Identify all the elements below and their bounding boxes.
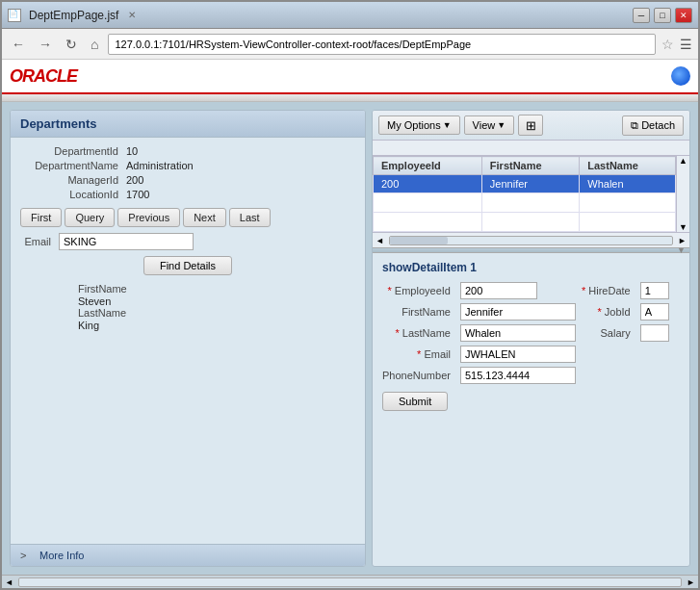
detail-form: EmployeeId HireDate FirstName JobId Last… [382, 282, 680, 384]
first-button[interactable]: First [20, 208, 62, 227]
hscroll-left-btn[interactable]: ◄ [2, 577, 16, 587]
window-controls: ─ □ ✕ [633, 8, 692, 23]
address-bar: ← → ↻ ⌂ ☆ ☰ [2, 29, 698, 60]
phonenumber-input[interactable] [460, 367, 576, 384]
title-bar-left: 📄 DeptEmpPage.jsf ✕ [8, 9, 136, 22]
employeeid-label: EmployeeId [382, 285, 454, 296]
employeeid-input[interactable] [460, 282, 537, 299]
employee-table: EmployeeId FirstName LastName 200 Jennif… [373, 156, 676, 232]
right-panel: My Options ▼ View ▼ ⊞ ⧉ Detach [372, 110, 690, 567]
minimize-button[interactable]: ─ [633, 8, 650, 23]
dept-name-label: DepartmentName [20, 160, 126, 171]
firstname-input[interactable] [460, 303, 576, 321]
h-scroll-thumb[interactable] [390, 237, 448, 244]
menu-icon[interactable]: ☰ [680, 37, 692, 52]
url-input[interactable] [108, 34, 656, 55]
cell-firstname: Jennifer [481, 175, 579, 193]
next-button[interactable]: Next [183, 208, 226, 227]
dept-name-row: DepartmentName Administration [20, 160, 355, 171]
hscroll-track [18, 577, 682, 587]
collapse-arrow-icon: > [20, 550, 32, 561]
window-frame: 📄 DeptEmpPage.jsf ✕ ─ □ ✕ ← → ↻ ⌂ ☆ ☰ OR… [0, 0, 700, 590]
email-input[interactable] [460, 346, 576, 363]
dept-id-value: 10 [126, 145, 138, 157]
col-header-lastname: LastName [580, 157, 676, 175]
bottom-scrollbar[interactable]: ◄ ► [2, 575, 698, 588]
departments-header: Departments [11, 111, 365, 138]
title-bar: 📄 DeptEmpPage.jsf ✕ ─ □ ✕ [2, 2, 698, 29]
firstname-label: FirstName [30, 283, 346, 295]
submit-button[interactable]: Submit [382, 392, 448, 411]
main-content: Departments DepartmentId 10 DepartmentNa… [2, 102, 698, 575]
table-row-empty [374, 193, 676, 213]
refresh-button[interactable]: ↻ [62, 35, 81, 54]
lastname-input[interactable] [460, 324, 576, 342]
location-id-row: LocationId 1700 [20, 189, 355, 200]
salary-label: Salary [582, 327, 635, 339]
table-header-row: EmployeeId FirstName LastName [374, 157, 676, 175]
jobid-input[interactable] [640, 303, 669, 321]
firstname-label: FirstName [382, 306, 454, 318]
location-id-value: 1700 [126, 189, 149, 200]
scroll-up-icon[interactable]: ▲ [679, 156, 687, 166]
oracle-bar: ORACLE [2, 60, 698, 94]
col-header-employeeid: EmployeeId [374, 157, 482, 175]
scroll-right-icon[interactable]: ► [675, 236, 689, 245]
oracle-icon [671, 66, 690, 86]
table-row-empty2 [374, 213, 676, 232]
forward-button[interactable]: → [35, 35, 56, 54]
detach-icon: ⧉ [631, 119, 638, 132]
toolbar-strip [2, 94, 698, 102]
email-label: Email [382, 348, 454, 360]
manager-id-row: ManagerId 200 [20, 174, 355, 186]
salary-input[interactable] [640, 324, 669, 342]
bookmark-icon[interactable]: ☆ [661, 37, 674, 52]
lastname-value: King [30, 320, 346, 331]
view-arrow-icon: ▼ [497, 120, 506, 130]
name-section: FirstName Steven LastName King [20, 283, 355, 339]
find-details-button[interactable]: Find Details [143, 256, 232, 275]
h-scroll-track [389, 236, 673, 245]
email-row: Email [20, 233, 355, 250]
close-button[interactable]: ✕ [675, 8, 692, 23]
scroll-down-icon[interactable]: ▼ [679, 222, 687, 232]
previous-button[interactable]: Previous [117, 208, 180, 227]
submit-row: Submit [382, 392, 680, 411]
dept-form: DepartmentId 10 DepartmentName Administr… [11, 138, 365, 346]
view-button[interactable]: View ▼ [464, 115, 515, 135]
table-vertical-scrollbar[interactable]: ▲ ▼ [676, 156, 689, 232]
departments-panel: Departments DepartmentId 10 DepartmentNa… [10, 110, 366, 567]
detach-button[interactable]: ⧉ Detach [622, 115, 684, 136]
detail-header: showDetailItem 1 [382, 261, 680, 274]
jobid-label: JobId [582, 306, 635, 318]
hiredate-input[interactable] [640, 282, 669, 299]
phonenumber-label: PhoneNumber [382, 370, 454, 381]
employee-table-container[interactable]: EmployeeId FirstName LastName 200 Jennif… [373, 156, 676, 232]
location-id-label: LocationId [20, 189, 126, 200]
email-label: Email [20, 236, 59, 247]
query-button[interactable]: Query [65, 208, 115, 227]
back-button[interactable]: ← [8, 35, 29, 54]
table-view-icon[interactable]: ⊞ [518, 115, 543, 136]
cell-employeeid: 200 [374, 175, 482, 193]
more-info-section[interactable]: > More Info [11, 544, 365, 566]
lastname-label: LastName [30, 307, 346, 319]
oracle-logo: ORACLE [10, 66, 77, 87]
page-icon: 📄 [8, 9, 21, 22]
cell-lastname: Whalen [580, 175, 676, 193]
home-button[interactable]: ⌂ [87, 35, 102, 54]
table-row[interactable]: 200 Jennifer Whalen [374, 175, 676, 193]
maximize-button[interactable]: □ [654, 8, 671, 23]
navigation-buttons: First Query Previous Next Last [20, 208, 355, 227]
lastname-label: LastName [382, 327, 454, 339]
h-scroll-bar[interactable]: ◄ ► [373, 232, 689, 247]
right-toolbar: My Options ▼ View ▼ ⊞ ⧉ Detach [373, 111, 689, 141]
scroll-left-icon[interactable]: ◄ [373, 236, 387, 245]
last-button[interactable]: Last [229, 208, 271, 227]
dept-name-value: Administration [126, 160, 194, 171]
hscroll-right-btn[interactable]: ► [684, 577, 698, 587]
tab-close[interactable]: ✕ [128, 10, 136, 20]
my-options-button[interactable]: My Options ▼ [378, 115, 460, 135]
email-input[interactable] [59, 233, 194, 250]
my-options-label: My Options [387, 119, 441, 131]
